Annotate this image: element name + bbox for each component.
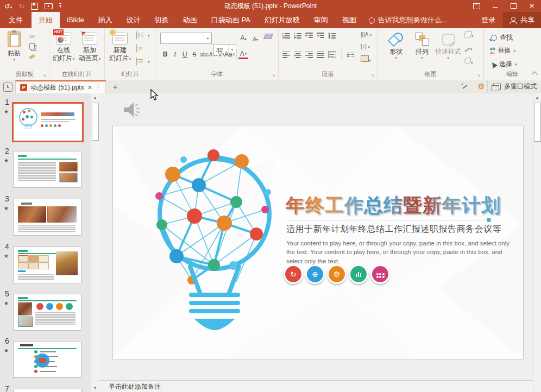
clipboard-dialog-launcher[interactable]: ↘ bbox=[42, 73, 47, 78]
font-color-button[interactable]: A bbox=[238, 49, 248, 59]
gears-icon[interactable]: ⚙ bbox=[327, 264, 347, 284]
align-left-icon[interactable] bbox=[282, 52, 291, 58]
slide-title[interactable]: 年终工作总结暨新年计划 bbox=[286, 193, 503, 218]
drawing-dialog-launcher[interactable]: ↘ bbox=[477, 73, 482, 78]
replace-button[interactable]: abac 替换 ▾ bbox=[490, 46, 515, 56]
ribbon-display-options-button[interactable]: ⌃ bbox=[467, 0, 486, 12]
find-button[interactable]: 查找 bbox=[491, 33, 513, 43]
align-text-button[interactable]: [↕] ▾ bbox=[361, 43, 370, 49]
shadow-button[interactable]: abc bbox=[199, 49, 209, 60]
minimize-button[interactable] bbox=[486, 0, 504, 12]
strikethrough-button[interactable]: S bbox=[190, 49, 199, 60]
bar-chart-icon[interactable] bbox=[349, 264, 368, 284]
tab-menu-icon[interactable]: ⋮ bbox=[96, 85, 101, 91]
format-painter-icon[interactable] bbox=[29, 55, 35, 58]
clear-formatting-icon[interactable] bbox=[263, 34, 273, 39]
refresh-icon[interactable]: ↻ bbox=[284, 264, 303, 284]
slide-thumbnail-1[interactable] bbox=[12, 102, 84, 142]
notes-pane[interactable]: 单击此处添加备注 bbox=[99, 380, 533, 392]
paragraph-dialog-launcher[interactable]: ↘ bbox=[371, 73, 376, 78]
people-icon[interactable] bbox=[370, 264, 390, 284]
smartart-button[interactable]: ▾ bbox=[361, 55, 371, 64]
scroll-up-icon[interactable]: ▲ bbox=[91, 93, 99, 102]
maximize-button[interactable] bbox=[504, 0, 523, 12]
justify-icon[interactable] bbox=[317, 52, 325, 58]
section-button[interactable]: ▾ bbox=[136, 58, 137, 65]
font-name-combo[interactable]: ▾ bbox=[160, 33, 212, 44]
align-right-icon[interactable] bbox=[305, 52, 313, 58]
font-dialog-launcher[interactable]: ↘ bbox=[272, 73, 276, 78]
reset-button[interactable]: ↺ bbox=[136, 45, 137, 52]
thumbnail-scrollbar-thumb[interactable] bbox=[92, 103, 99, 141]
columns-icon[interactable] bbox=[347, 52, 355, 58]
bold-button[interactable]: B bbox=[160, 49, 170, 60]
layout-button[interactable]: ▾ bbox=[136, 31, 137, 39]
new-slide-button[interactable]: 新建 幻灯片 bbox=[108, 33, 133, 62]
shapes-button[interactable]: 形状 ▾ bbox=[385, 33, 407, 61]
shape-outline-button[interactable]: ▾ bbox=[464, 45, 473, 52]
close-button[interactable]: ✕ bbox=[523, 0, 541, 12]
line-spacing-icon[interactable] bbox=[328, 33, 336, 39]
tab-view[interactable]: 视图 bbox=[335, 12, 363, 28]
tab-insert[interactable]: 插入 bbox=[91, 12, 119, 28]
slide-thumbnail-5[interactable] bbox=[13, 294, 81, 331]
slide-thumbnail-6[interactable] bbox=[13, 341, 81, 378]
slide-editing-area[interactable]: 年终工作总结暨新年计划 适用于新年计划年终总结工作汇报述职报告商务会议等 You… bbox=[112, 125, 524, 359]
paste-button[interactable]: 粘贴 ▾ bbox=[3, 31, 25, 62]
sign-in-button[interactable]: 登录 bbox=[474, 12, 503, 28]
tab-transitions[interactable]: 切换 bbox=[148, 12, 176, 28]
tab-slideshow[interactable]: 幻灯片放映 bbox=[257, 12, 307, 28]
slide-body-text[interactable]: Your content to play here, or through yo… bbox=[286, 239, 510, 265]
vertical-scrollbar[interactable]: ▲ bbox=[533, 93, 541, 392]
underline-button[interactable]: U bbox=[180, 49, 190, 60]
slide-thumbnail-3[interactable] bbox=[13, 199, 81, 236]
tell-me-box[interactable]: 告诉我您想要做什么... bbox=[369, 12, 448, 28]
cut-icon[interactable]: ✂ bbox=[29, 33, 35, 41]
tab-home[interactable]: 开始 bbox=[32, 12, 60, 28]
distribute-icon[interactable] bbox=[328, 51, 336, 58]
share-button[interactable]: 共享 bbox=[503, 12, 541, 28]
tab-design[interactable]: 设计 bbox=[119, 12, 148, 28]
thumbnail-scrollbar[interactable]: ▲ ▼ bbox=[91, 93, 99, 392]
tab-review[interactable]: 审阅 bbox=[307, 12, 335, 28]
online-slides-button[interactable]: HOT 在线 幻灯片 bbox=[51, 33, 76, 62]
decrease-font-icon[interactable]: A▾ bbox=[250, 34, 260, 45]
gear-icon[interactable]: ⚙ bbox=[477, 82, 485, 91]
shape-effects-button[interactable]: ▾ bbox=[464, 58, 473, 66]
increase-indent-icon[interactable] bbox=[317, 33, 325, 39]
slide-thumbnail-4[interactable] bbox=[13, 246, 81, 283]
scrollbar-thumb[interactable] bbox=[534, 103, 541, 142]
audio-speaker-icon[interactable] bbox=[123, 101, 143, 121]
new-tab-button[interactable]: + bbox=[110, 81, 121, 92]
add-animation-page-button[interactable]: ➤ 新加 动画页 bbox=[77, 33, 102, 62]
scroll-up-icon[interactable]: ▲ bbox=[533, 93, 541, 102]
select-button[interactable]: 选择 ▾ bbox=[491, 59, 517, 69]
magic-wand-icon[interactable] bbox=[461, 83, 469, 91]
tab-animations[interactable]: 动画 bbox=[176, 12, 204, 28]
text-direction-button[interactable]: |||A ▾ bbox=[361, 31, 372, 37]
bullets-icon[interactable] bbox=[282, 33, 291, 39]
character-spacing-button[interactable]: A↔V bbox=[209, 49, 224, 60]
quick-styles-button[interactable]: 快速样式 ▾ bbox=[434, 33, 462, 61]
tab-pocket-animation[interactable]: 口袋动画 PA bbox=[204, 12, 257, 28]
multi-window-mode-button[interactable]: 多窗口模式 bbox=[487, 80, 537, 93]
copy-icon[interactable] bbox=[29, 43, 35, 49]
globe-icon[interactable]: ⊕ bbox=[305, 264, 325, 284]
document-tab[interactable]: P 动态模板 (51).pptx ✕ ⋮ bbox=[15, 80, 106, 94]
shape-fill-button[interactable]: ▾ bbox=[464, 31, 474, 39]
close-tab-icon[interactable]: ✕ bbox=[87, 84, 92, 91]
italic-button[interactable]: I bbox=[170, 49, 180, 60]
numbering-icon[interactable] bbox=[294, 33, 302, 39]
recent-files-icon[interactable] bbox=[3, 83, 12, 92]
decrease-indent-icon[interactable] bbox=[305, 33, 313, 39]
scroll-down-icon[interactable]: ▼ bbox=[91, 384, 99, 392]
slide-thumbnail-2[interactable] bbox=[13, 151, 81, 188]
slide-subtitle[interactable]: 适用于新年计划年终总结工作汇报述职报告商务会议等 bbox=[286, 224, 501, 235]
align-center-icon[interactable] bbox=[294, 52, 302, 58]
increase-font-icon[interactable]: A▴ bbox=[238, 33, 248, 43]
tab-islide[interactable]: iSlide bbox=[60, 12, 91, 28]
slide-canvas[interactable]: 年终工作总结暨新年计划 适用于新年计划年终总结工作汇报述职报告商务会议等 You… bbox=[99, 93, 533, 380]
slide-thumbnail-7[interactable] bbox=[13, 389, 81, 392]
arrange-button[interactable]: 排列 ▾ bbox=[411, 33, 433, 61]
change-case-button[interactable]: Aa bbox=[224, 49, 235, 60]
